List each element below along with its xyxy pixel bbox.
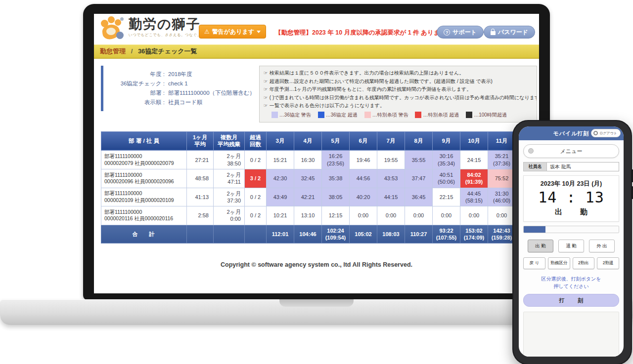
multimonth-avg-cell: 2ヶ月37:30: [214, 188, 245, 206]
month-cell: 43:49: [267, 188, 294, 206]
filter-value: 2018年度: [168, 70, 192, 79]
legend-item: …特別条項 警告: [364, 112, 408, 119]
warning-dropdown-button[interactable]: ⚠ 警告があります: [199, 25, 266, 39]
laptop-mockup: 勤労の獅子 いつでもどこでも、ささえる。つなぐ。はたらく。 ⚠ 警告があります …: [83, 4, 550, 300]
total-month-cell: 104:46: [294, 225, 322, 243]
scene: 勤労の獅子 いつでもどこでも、ささえる。つなぐ。はたらく。 ⚠ 警告があります …: [0, 0, 633, 364]
dept-employee-cell: 部署11111000000000020109 社員0000020109: [101, 188, 187, 206]
total-month-cell: 108:03: [377, 225, 405, 243]
total-month-cell: 142:43(159:28): [488, 225, 516, 243]
employee-name-field[interactable]: 坂本 龍馬: [547, 162, 619, 171]
filter-label: 36協定チェック :: [107, 79, 165, 88]
punch-instruction: 区分選択後、打刻ボタンを 押してください: [523, 275, 619, 290]
paw-logo-icon: [101, 16, 125, 41]
notes-list: ☞検索結果は１度に５００件表示できます。出力の場合は検索結果の上限はありません。…: [264, 69, 533, 110]
punch-type-button[interactable]: 外 出: [589, 240, 615, 252]
copyright: Copyright © software agency system co., …: [101, 261, 532, 268]
col-monthly-avg: 1ヶ月 平均: [187, 131, 214, 151]
question-icon: [444, 29, 450, 36]
col-month: 5月: [322, 131, 350, 151]
monthly-avg-cell: 27:21: [187, 151, 214, 169]
table-row: 部署11111000000000020079 社員000002007927:21…: [101, 151, 540, 169]
month-cell: 12:15: [322, 206, 350, 225]
month-cell: 0:00: [488, 206, 516, 225]
legend: …36協定 警告…36協定 超過…特別条項 警告…特別条項 超過…100時間超過: [271, 112, 533, 119]
filter-label: 年度 :: [107, 70, 165, 79]
support-button[interactable]: サポート: [437, 26, 484, 39]
table-row: 部署11111000000000020116 社員00000201162:582…: [101, 206, 540, 225]
punch-button[interactable]: 打 刻: [523, 294, 619, 307]
filter-value: 社員コード順: [168, 98, 203, 107]
pointer-icon: ☞: [264, 79, 268, 84]
over-count-cell: 0 / 2: [245, 206, 267, 225]
total-month-cell: 93:22(107:55): [433, 225, 460, 243]
month-cell: 22:15: [433, 188, 460, 206]
breadcrumb-section[interactable]: 勤怠管理: [100, 47, 126, 55]
month-cell: 36:45: [405, 188, 433, 206]
punch-type-button[interactable]: 2勤出: [573, 257, 595, 269]
col-month: 8月: [405, 131, 433, 151]
month-cell: 30:16(35:34): [433, 151, 460, 169]
pointer-icon: ☞: [264, 70, 268, 76]
filter-section: 年度 :2018年度36協定チェック :check 1部署 :部署1111100…: [101, 66, 539, 122]
phone-body: メニュー 社員名 坂本 龍馬 2023年 10月 23日 (月) 14 : 13…: [519, 140, 624, 357]
month-cell: 35:21(37:36): [488, 151, 516, 169]
col-month: 9月: [433, 131, 460, 151]
filter-label: 表示順 :: [107, 98, 165, 107]
table-row: 部署11111000000000020109 社員000002010941:13…: [101, 188, 540, 206]
menu-icon: [528, 148, 534, 154]
month-cell: 0:00: [377, 206, 405, 225]
month-cell: 19:55: [377, 151, 405, 169]
month-cell: 35:55: [405, 151, 433, 169]
filter-panel: 年度 :2018年度36協定チェック :check 1部署 :部署1111100…: [101, 66, 255, 111]
employee-name-label: 社員名: [523, 162, 547, 171]
progress-fill: [524, 226, 545, 233]
month-cell: 19:46: [350, 151, 377, 169]
pointer-icon: ☞: [264, 95, 268, 100]
punch-type-button[interactable]: 戻 り: [523, 257, 545, 269]
clock-card: 2023年 10月 23日 (月) 14 : 13 出 勤: [523, 175, 619, 222]
multimonth-avg-cell: 2ヶ月38:50: [214, 151, 245, 169]
app-header: 勤労の獅子 いつでもどこでも、ささえる。つなぐ。はたらく。 ⚠ 警告があります …: [94, 14, 539, 44]
total-label: 合 計: [101, 225, 187, 243]
col-dept-employee: 部 署 / 社 員: [101, 131, 187, 151]
punch-type-button[interactable]: 2勤退: [597, 257, 619, 269]
month-cell: 40:20: [350, 188, 377, 206]
legend-item: …特別条項 超過: [415, 112, 459, 119]
filter-row: 表示順 :社員コード順: [107, 98, 255, 107]
map-placeholder: [523, 312, 619, 357]
phone-mockup: モバイル打刻 ログアウト メニュー 社員名 坂本 龍馬 2023年 10月 23…: [512, 120, 632, 364]
note-line: ☞超過回数…設定された期間において特定の残業時間を超過した回数です。(超過回数 …: [264, 78, 533, 86]
employee-row: 社員名 坂本 龍馬: [523, 162, 619, 171]
password-button[interactable]: パスワード: [484, 26, 535, 39]
pointer-icon: ☞: [264, 103, 268, 108]
multimonth-avg-cell: 2ヶ月0:00: [214, 206, 245, 225]
month-cell: 43:53: [377, 169, 405, 188]
punch-type-button[interactable]: 勤務区分: [548, 257, 570, 269]
month-cell: 10:21: [267, 206, 294, 225]
legend-swatch: [271, 112, 278, 118]
current-time: 14 : 13: [526, 189, 617, 206]
logout-button[interactable]: ログアウト: [591, 129, 621, 137]
result-table: 部 署 / 社 員1ヶ月 平均複数月 平均残業超過 回数3月4月5月6月7月8月…: [101, 131, 539, 244]
menu-button[interactable]: メニュー: [523, 144, 619, 158]
note-line: ☞一覧で表示される色分けは以下のようになります。: [264, 102, 533, 110]
progress-bar: [523, 226, 619, 233]
month-cell: 42:30: [267, 169, 294, 188]
filter-row: 年度 :2018年度: [107, 70, 255, 79]
month-cell: 0:00: [433, 206, 460, 225]
total-month-cell: 153:02(174:09): [460, 225, 488, 243]
legend-swatch: [466, 112, 472, 118]
page-content: 年度 :2018年度36協定チェック :check 1部署 :部署1111100…: [94, 59, 539, 268]
legend-swatch: [415, 112, 421, 118]
phone-app-header: モバイル打刻 ログアウト: [519, 126, 624, 140]
legend-item: …36協定 警告: [271, 112, 311, 119]
month-cell: 35:38: [322, 169, 350, 188]
month-cell: 37:47: [405, 169, 433, 188]
punch-type-button[interactable]: 出 勤: [528, 240, 553, 252]
warning-label: 警告があります: [212, 28, 254, 36]
punch-type-button[interactable]: 退 勤: [558, 240, 584, 252]
filter-value: check 1: [168, 79, 188, 88]
legend-item: …36協定 超過: [318, 112, 358, 119]
logout-label: ログアウト: [599, 131, 617, 136]
